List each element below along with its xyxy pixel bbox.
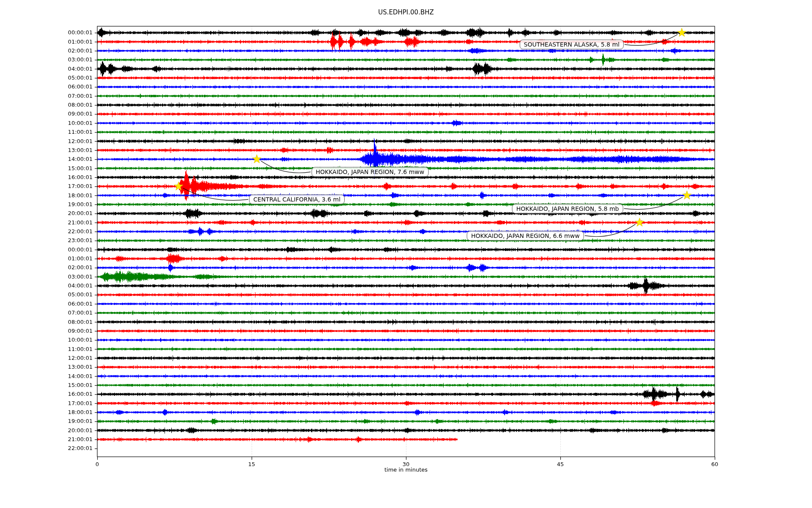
chart-title: US.EDHPI.00.BHZ	[0, 8, 812, 16]
annotation-hokkaido-5-8-mb: HOKKAIDO, JAPAN REGION, 5.8 mb	[512, 204, 623, 213]
annotation-hokkaido-6-6-mww: HOKKAIDO, JAPAN REGION, 6.6 mww	[467, 231, 584, 240]
annotation-central-california: CENTRAL CALIFORNIA, 3.6 ml	[249, 195, 345, 204]
x-axis-label: time in minutes	[97, 467, 715, 473]
seismogram-canvas	[0, 0, 812, 508]
seismogram-figure: US.EDHPI.00.BHZ time in minutes SOUTHEAS…	[0, 0, 812, 508]
annotation-hokkaido-7-6-mww: HOKKAIDO, JAPAN REGION, 7.6 mww	[311, 167, 428, 177]
annotation-southeastern-alaska: SOUTHEASTERN ALASKA, 5.8 ml	[520, 40, 624, 50]
